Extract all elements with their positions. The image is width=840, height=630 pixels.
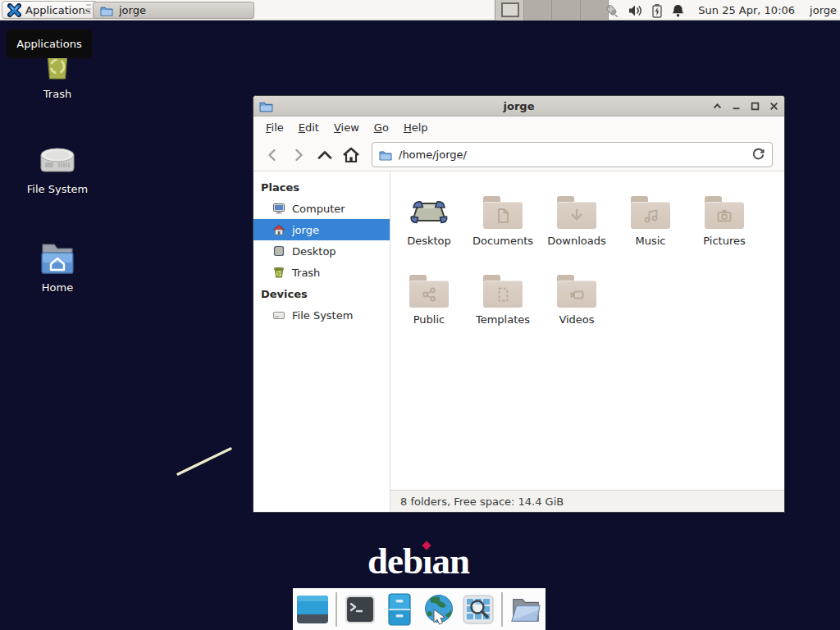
sidebar-item-jorge[interactable]: jorge xyxy=(253,219,390,240)
window-titlebar[interactable]: jorge xyxy=(253,96,784,116)
notifications-bell-icon[interactable] xyxy=(671,3,685,18)
app-finder-icon[interactable] xyxy=(462,593,495,626)
sidebar-item-label: File System xyxy=(292,309,353,322)
home-button[interactable] xyxy=(340,144,362,166)
file-cabinet-icon[interactable] xyxy=(383,593,416,626)
menubar: File Edit View Go Help xyxy=(253,116,784,139)
battery-icon[interactable] xyxy=(651,3,664,18)
hard-drive-icon xyxy=(272,308,285,322)
folder-download-icon xyxy=(567,206,587,226)
menu-help[interactable]: Help xyxy=(396,118,436,137)
file-label: Documents xyxy=(466,235,540,247)
close-icon[interactable] xyxy=(768,101,779,112)
file-manager-window: jorge File Edit View Go Help xyxy=(253,95,785,513)
home-icon xyxy=(272,223,285,236)
folder-video-icon xyxy=(567,285,587,304)
volume-icon[interactable] xyxy=(628,3,643,18)
desktop-icon-file-system[interactable]: File System xyxy=(10,138,105,195)
tooltip-text: Applications xyxy=(16,38,81,50)
xfce-logo-icon xyxy=(7,3,21,17)
sidebar-item-desktop[interactable]: Desktop xyxy=(253,240,390,262)
folder-icon[interactable] xyxy=(509,593,542,626)
workspace-window-preview xyxy=(501,2,519,17)
shade-icon[interactable] xyxy=(711,101,723,112)
mouse-icon[interactable] xyxy=(604,2,620,19)
desktop: Applications jorge xyxy=(0,0,840,630)
web-browser-icon[interactable] xyxy=(422,593,455,626)
sidebar-places-header: Places xyxy=(253,176,390,198)
file-view: Desktop Documents xyxy=(390,171,784,512)
folder-camera-icon xyxy=(714,206,734,226)
path-bar[interactable]: /home/jorge/ xyxy=(372,142,773,167)
workspace-1[interactable] xyxy=(495,0,524,21)
panel-clock[interactable]: Sun 25 Apr, 10:06 xyxy=(698,4,795,16)
workspace-3[interactable] xyxy=(552,0,581,21)
system-tray: Sun 25 Apr, 10:06 jorge xyxy=(604,0,837,21)
file-item-documents[interactable]: Documents xyxy=(466,181,540,260)
top-panel: Applications jorge xyxy=(0,0,840,21)
taskbar-window-button[interactable]: jorge xyxy=(93,2,254,19)
file-item-downloads[interactable]: Downloads xyxy=(540,181,614,260)
workspace-2[interactable] xyxy=(524,0,553,21)
file-label: Templates xyxy=(466,313,540,326)
sidebar-item-label: Computer xyxy=(292,203,345,215)
forward-button[interactable] xyxy=(288,144,309,166)
taskbar-window-label: jorge xyxy=(119,4,146,16)
file-item-desktop[interactable]: Desktop xyxy=(392,181,466,260)
desktop-icon-home[interactable]: Home xyxy=(10,236,105,294)
status-text: 8 folders, Free space: 14.4 GiB xyxy=(400,495,564,508)
file-item-templates[interactable]: Templates xyxy=(466,260,540,339)
back-button[interactable] xyxy=(262,144,283,166)
refresh-icon[interactable] xyxy=(751,148,765,162)
menu-edit[interactable]: Edit xyxy=(291,118,326,137)
file-label: Desktop xyxy=(392,235,466,247)
file-item-music[interactable]: Music xyxy=(614,181,687,260)
debian-text: deb xyxy=(368,541,422,582)
maximize-icon[interactable] xyxy=(749,101,760,112)
sidebar-item-file-system[interactable]: File System xyxy=(253,304,390,326)
desktop-icon-label: Trash xyxy=(10,88,105,100)
file-label: Music xyxy=(614,235,687,247)
desktop-icon xyxy=(272,244,285,258)
bottom-dock xyxy=(293,588,546,630)
sidebar-item-computer[interactable]: Computer xyxy=(253,198,390,219)
statusbar: 8 folders, Free space: 14.4 GiB xyxy=(390,490,784,512)
desktop-icon-label: Home xyxy=(10,281,105,294)
applications-menu-button[interactable]: Applications xyxy=(2,1,98,19)
folder-share-icon xyxy=(419,285,439,304)
hard-drive-icon xyxy=(36,141,79,179)
file-item-public[interactable]: Public xyxy=(392,260,466,339)
file-label: Public xyxy=(392,313,466,326)
folder-music-icon xyxy=(641,206,660,226)
sidebar-item-trash[interactable]: Trash xyxy=(253,262,390,283)
drawn-line-artifact xyxy=(172,441,238,481)
applications-tooltip: Applications xyxy=(7,30,92,58)
folder-document-icon xyxy=(493,206,513,226)
file-label: Videos xyxy=(540,313,614,326)
trash-icon xyxy=(272,266,285,279)
menu-go[interactable]: Go xyxy=(367,118,396,137)
up-button[interactable] xyxy=(314,144,336,166)
show-desktop-icon[interactable] xyxy=(296,593,329,626)
panel-username[interactable]: jorge xyxy=(810,4,837,16)
file-item-videos[interactable]: Videos xyxy=(540,260,614,339)
menu-file[interactable]: File xyxy=(258,118,291,137)
window-title: jorge xyxy=(253,100,784,112)
minimize-icon[interactable] xyxy=(730,101,742,112)
terminal-icon[interactable] xyxy=(344,593,377,626)
menu-view[interactable]: View xyxy=(326,118,367,137)
sidebar-item-label: jorge xyxy=(292,224,319,236)
sidebar-item-label: Desktop xyxy=(292,245,336,258)
debian-text: an xyxy=(432,541,470,582)
dock-separator xyxy=(336,592,337,627)
debian-wordmark: debıan xyxy=(328,540,509,582)
panel-grip-handle[interactable] xyxy=(86,4,91,16)
file-label: Pictures xyxy=(687,235,761,247)
sidebar-item-label: Trash xyxy=(292,267,320,279)
sidebar: Places Computer jorge xyxy=(253,171,390,512)
file-item-pictures[interactable]: Pictures xyxy=(687,181,761,260)
folder-icon xyxy=(100,5,113,16)
path-input[interactable]: /home/jorge/ xyxy=(399,148,745,161)
workspace-switcher[interactable] xyxy=(495,0,609,21)
applications-menu-label: Applications xyxy=(25,4,90,16)
